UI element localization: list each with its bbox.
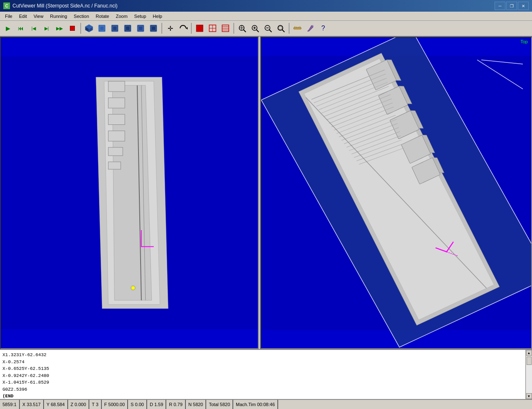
app-icon: C <box>3 2 10 9</box>
text-line: X-0.6525Y-62.5135 <box>2 365 523 372</box>
scroll-track[interactable] <box>526 356 532 393</box>
menubar: FileEditViewRunningSectionRotateZoomSetu… <box>0 12 532 21</box>
svg-rect-37 <box>294 27 301 29</box>
minimize-button[interactable]: ─ <box>495 2 505 10</box>
titlebar-title: CutViewer Mill (Sternpost SideA.nc / Fan… <box>12 3 118 9</box>
svg-rect-5 <box>100 26 104 30</box>
status-d: D 1.59 <box>147 400 166 409</box>
view3d-icon[interactable] <box>83 22 95 35</box>
left-canvas <box>1 37 258 348</box>
titlebar-left: C CutViewer Mill (Sternpost SideA.nc / F… <box>3 2 118 9</box>
text-line: X1.3231Y-62.6432 <box>2 352 523 359</box>
scroll-thumb[interactable] <box>527 357 532 365</box>
menu-help[interactable]: Help <box>149 13 166 20</box>
svg-rect-48 <box>108 81 125 92</box>
right-canvas <box>261 37 531 348</box>
status-f: F 5000.00 <box>102 400 129 409</box>
titlebar: C CutViewer Mill (Sternpost SideA.nc / F… <box>0 0 532 12</box>
status-r: R 0.79 <box>166 400 186 409</box>
svg-rect-49 <box>108 98 125 108</box>
text-scrollbar[interactable]: ▲ ▼ <box>525 350 532 399</box>
viewright-icon[interactable] <box>121 22 134 35</box>
toolbar-separator <box>289 23 290 34</box>
svg-rect-13 <box>151 26 156 30</box>
toolbar: ▶⏮|◀▶|▶▶ ✛ <box>0 21 532 37</box>
viewleft-icon[interactable] <box>134 22 147 35</box>
text-line: G0Z2.5396 <box>2 386 523 393</box>
svg-rect-52 <box>108 147 123 156</box>
stop-icon[interactable] <box>66 22 79 35</box>
status-z: Z 0.000 <box>68 400 89 409</box>
zoom-win-icon[interactable] <box>275 22 287 35</box>
tool-icon-icon[interactable] <box>304 22 317 35</box>
help-icon[interactable]: ? <box>317 22 329 35</box>
svg-rect-15 <box>196 25 203 32</box>
text-line: X-0.9242Y-62.2480 <box>2 372 523 379</box>
svg-rect-53 <box>108 162 121 169</box>
menu-running[interactable]: Running <box>47 13 70 20</box>
svg-rect-51 <box>108 131 125 141</box>
solid-icon[interactable] <box>193 22 206 35</box>
measure-icon[interactable] <box>291 22 304 35</box>
run-icon[interactable]: ▶ <box>2 22 14 35</box>
titlebar-controls[interactable]: ─ ❐ ✕ <box>495 2 529 10</box>
status-t: T 3 <box>89 400 102 409</box>
status-x: X 33.517 <box>20 400 44 409</box>
text-line: X-0.2574 <box>2 359 523 366</box>
menu-view[interactable]: View <box>30 13 47 20</box>
svg-point-56 <box>131 286 135 290</box>
svg-line-32 <box>269 30 272 32</box>
toolbar-separator <box>161 23 162 34</box>
step-fwd1-icon[interactable]: ▶| <box>40 22 53 35</box>
close-button[interactable]: ✕ <box>518 2 529 10</box>
viewfront-icon[interactable] <box>109 22 121 35</box>
menu-zoom[interactable]: Zoom <box>112 13 131 20</box>
svg-rect-7 <box>113 26 117 30</box>
status-mach-tim: Mach.Tim 00:08:46 <box>233 400 278 409</box>
svg-line-35 <box>282 30 285 32</box>
viewtop-icon[interactable] <box>96 22 108 35</box>
left-model <box>96 77 168 308</box>
status-n: N 5820 <box>186 400 206 409</box>
menu-setup[interactable]: Setup <box>131 13 150 20</box>
toolbar-separator <box>191 23 192 34</box>
svg-rect-50 <box>108 114 125 125</box>
text-line: (END <box>2 393 523 399</box>
step-back-icon[interactable]: |◀ <box>27 22 40 35</box>
viewport-right[interactable]: Top <box>260 37 532 349</box>
svg-rect-36 <box>279 26 282 30</box>
scroll-up-button[interactable]: ▲ <box>526 350 532 356</box>
text-content[interactable]: X1.3231Y-62.6432X-0.2574X-0.6525Y-62.513… <box>0 350 525 399</box>
status-y: Y 68.584 <box>44 400 68 409</box>
toolbar-separator <box>80 23 81 34</box>
viewport-right-label: Top <box>520 39 528 44</box>
status-line-number: 5859:1 <box>0 400 20 409</box>
text-area: X1.3231Y-62.6432X-0.2574X-0.6525Y-62.513… <box>0 349 532 399</box>
svg-line-24 <box>243 30 246 32</box>
menu-section[interactable]: Section <box>70 13 92 20</box>
scroll-down-button[interactable]: ▼ <box>526 393 532 399</box>
text-line: X-1.0415Y-61.8529 <box>2 379 523 386</box>
status-s: S 0.00 <box>128 400 147 409</box>
pan-icon[interactable]: ✛ <box>164 22 176 35</box>
wire-icon[interactable] <box>206 22 219 35</box>
rewind-icon[interactable]: ⏮ <box>15 22 27 35</box>
menu-edit[interactable]: Edit <box>16 13 30 20</box>
rotate3d-icon[interactable] <box>177 22 189 35</box>
step-fwd2-icon[interactable]: ▶▶ <box>53 22 66 35</box>
toolbar-separator <box>233 23 234 34</box>
zoom-in-icon[interactable] <box>249 22 261 35</box>
zoom-out-icon[interactable] <box>262 22 274 35</box>
zoom-extent-icon[interactable] <box>236 22 248 35</box>
menu-file[interactable]: File <box>2 13 16 20</box>
viewback-icon[interactable] <box>147 22 160 35</box>
viewport-left[interactable] <box>0 37 259 349</box>
statusbar: 5859:1 X 33.517Y 68.584Z 0.000T 3F 5000.… <box>0 399 532 409</box>
svg-rect-9 <box>126 26 130 30</box>
svg-rect-11 <box>139 26 143 30</box>
restore-button[interactable]: ❐ <box>506 2 517 10</box>
svg-line-28 <box>256 30 259 32</box>
main-area: Top <box>0 37 532 349</box>
menu-rotate[interactable]: Rotate <box>92 13 112 20</box>
cross-section-icon[interactable] <box>219 22 232 35</box>
